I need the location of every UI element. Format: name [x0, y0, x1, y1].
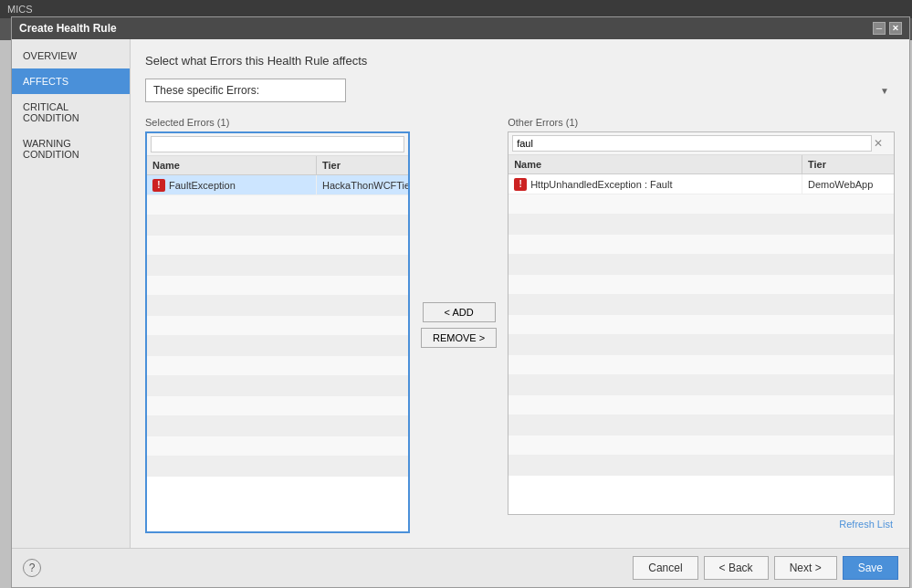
minimize-button[interactable]: ─	[873, 22, 886, 35]
create-health-rule-modal: Create Health Rule ─ ✕ OVERVIEW AFFECTS …	[11, 16, 910, 40]
close-button[interactable]: ✕	[889, 22, 902, 35]
app-name: MICS	[7, 4, 33, 15]
modal-title-controls: ─ ✕	[873, 22, 902, 35]
main-content: Select what Errors this Health Rule affe…	[131, 39, 909, 40]
top-bar: MICS	[0, 0, 912, 18]
modal-body: OVERVIEW AFFECTS CRITICAL CONDITION WARN…	[12, 39, 909, 40]
modal-title: Create Health Rule	[19, 22, 117, 35]
sidebar: OVERVIEW AFFECTS CRITICAL CONDITION WARN…	[12, 39, 131, 40]
modal-title-bar: Create Health Rule ─ ✕	[12, 17, 909, 39]
